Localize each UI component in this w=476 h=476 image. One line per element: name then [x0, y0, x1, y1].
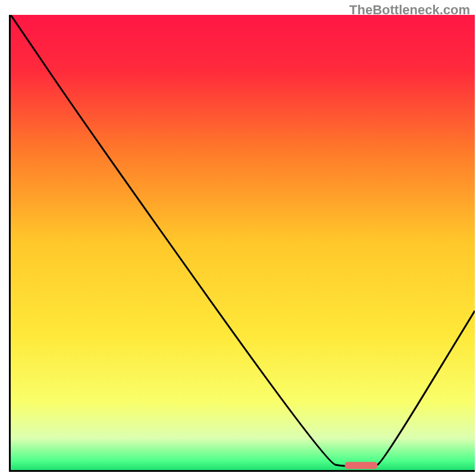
chart-plot-area	[9, 15, 475, 472]
chart-svg	[11, 15, 475, 470]
optimal-range-marker	[345, 462, 378, 469]
gradient-background	[11, 15, 475, 470]
watermark-text: TheBottleneck.com	[349, 2, 470, 18]
